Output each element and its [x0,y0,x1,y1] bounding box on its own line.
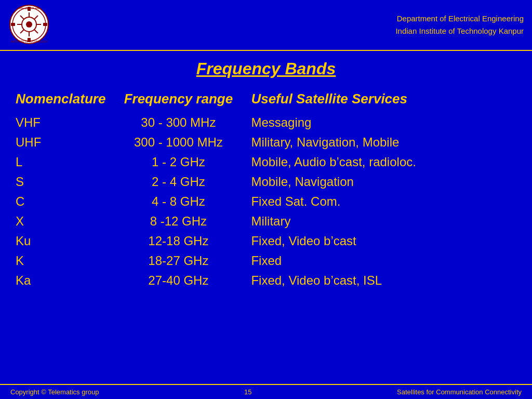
svg-text:भारतीय प्रौद्योगिकी संस्थान: भारतीय प्रौद्योगिकी संस्थान [17,7,41,10]
svg-rect-15 [43,23,47,26]
header: INSTITUTE OF TECHNOLOGY भारतीय प्रौद्योग… [0,0,532,51]
table-row: S2 - 4 GHzMobile, Navigation [10,172,522,192]
table-row: X8 -12 GHzMilitary [10,211,522,231]
cell-service: Fixed Sat. Com. [246,192,522,211]
cell-frequency: 18-27 GHz [111,251,246,271]
slide: INSTITUTE OF TECHNOLOGY भारतीय प्रौद्योग… [0,0,532,399]
cell-frequency: 8 -12 GHz [111,211,246,231]
cell-nomenclature: K [10,251,111,271]
cell-nomenclature: X [10,211,111,231]
footer-page: 15 [244,388,251,396]
table-row: Ku12-18 GHzFixed, Video b’cast [10,231,522,251]
cell-service: Fixed, Video b’cast [246,231,522,251]
cell-service: Mobile, Navigation [246,172,522,192]
table-row: L1 - 2 GHzMobile, Audio b’cast, radioloc… [10,152,522,172]
cell-nomenclature: UHF [10,132,111,152]
cell-nomenclature: Ka [10,271,111,290]
cell-frequency: 27-40 GHz [111,271,246,290]
cell-nomenclature: Ku [10,231,111,251]
cell-service: Fixed, Video b’cast, ISL [246,271,522,290]
cell-frequency: 12-18 GHz [111,231,246,251]
cell-nomenclature: L [10,152,111,172]
cell-frequency: 300 - 1000 MHz [111,132,246,152]
footer-copyright: Copyright © Telematics group [10,388,99,396]
cell-nomenclature: C [10,192,111,211]
table-row: C4 - 8 GHzFixed Sat. Com. [10,192,522,211]
col-header-services: Useful Satellite Services [246,88,522,113]
footer-course: Satellites for Communication Connectivit… [397,388,522,396]
col-header-nomenclature: Nomenclature [10,88,111,113]
table-row: UHF300 - 1000 MHzMilitary, Navigation, M… [10,132,522,152]
table-row: VHF30 - 300 MHzMessaging [10,113,522,133]
header-institution-text: Department of Electrical Engineering Ind… [395,12,524,37]
cell-service: Military, Navigation, Mobile [246,132,522,152]
table-header-row: Nomenclature Frequency range Useful Sate… [10,88,522,113]
cell-frequency: 2 - 4 GHz [111,172,246,192]
department-line2: Indian Institute of Technology Kanpur [395,25,524,37]
svg-point-3 [26,21,32,28]
cell-service: Mobile, Audio b’cast, radioloc. [246,152,522,172]
col-header-frequency: Frequency range [111,88,246,113]
table-row: Ka27-40 GHzFixed, Video b’cast, ISL [10,271,522,290]
cell-nomenclature: S [10,172,111,192]
table-area: Nomenclature Frequency range Useful Sate… [0,83,532,384]
slide-title: Frequency Bands [196,59,336,78]
cell-frequency: 30 - 300 MHz [111,113,246,133]
title-section: Frequency Bands [0,51,532,83]
cell-service: Messaging [246,113,522,133]
footer: Copyright © Telematics group 15 Satellit… [0,384,532,399]
cell-nomenclature: VHF [10,113,111,133]
cell-frequency: 1 - 2 GHz [111,152,246,172]
frequency-table: Nomenclature Frequency range Useful Sate… [10,88,522,290]
cell-service: Military [246,211,522,231]
svg-text:INSTITUTE OF TECHNOLOGY: INSTITUTE OF TECHNOLOGY [11,40,48,43]
iit-logo-svg: INSTITUTE OF TECHNOLOGY भारतीय प्रौद्योग… [8,4,50,45]
department-line1: Department of Electrical Engineering [395,12,524,25]
table-row: K18-27 GHzFixed [10,251,522,271]
cell-frequency: 4 - 8 GHz [111,192,246,211]
logo: INSTITUTE OF TECHNOLOGY भारतीय प्रौद्योग… [8,4,55,46]
cell-service: Fixed [246,251,522,271]
svg-rect-14 [11,23,15,26]
